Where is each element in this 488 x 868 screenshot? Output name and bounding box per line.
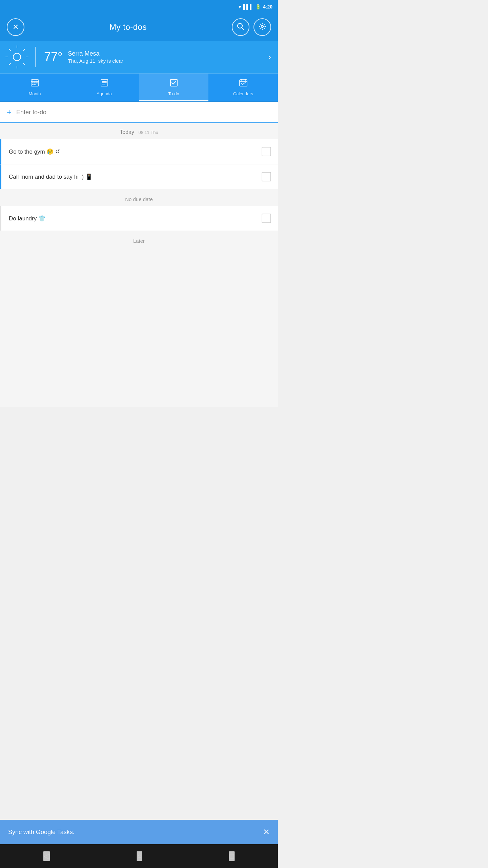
tab-agenda[interactable]: Agenda	[69, 74, 139, 101]
tab-calendars[interactable]: Calendars	[208, 74, 278, 101]
wifi-icon: ▾	[239, 4, 241, 9]
settings-button[interactable]	[253, 18, 271, 36]
add-todo-bar[interactable]: +	[0, 102, 278, 123]
tab-calendars-label: Calendars	[233, 91, 253, 96]
agenda-tab-icon	[100, 78, 109, 89]
todo-gym-text: Go to the gym 😢 ↺	[9, 148, 262, 155]
svg-rect-17	[240, 80, 247, 86]
today-date: 08.11 Thu	[138, 130, 158, 135]
tab-agenda-label: Agenda	[97, 91, 112, 96]
later-label: Later	[133, 238, 145, 244]
svg-rect-9	[36, 82, 38, 83]
svg-point-2	[261, 25, 263, 27]
search-button[interactable]	[232, 18, 249, 36]
add-todo-input[interactable]	[16, 109, 271, 116]
status-icons: ▾ ▌▌▌ 🔋 4:20	[239, 4, 272, 9]
header-actions	[232, 18, 271, 36]
weather-temperature: 77°	[44, 50, 62, 64]
no-due-date-label: No due date	[125, 196, 153, 202]
weather-info: Serra Mesa Thu, Aug 11. sky is clear	[68, 50, 263, 64]
weather-bar[interactable]: 77° Serra Mesa Thu, Aug 11. sky is clear…	[0, 41, 278, 74]
today-label: Today	[120, 129, 134, 135]
tab-todo[interactable]: To-do	[139, 74, 208, 101]
tab-month[interactable]: Month	[0, 74, 69, 101]
todo-laundry-text: Do laundry 👕	[9, 215, 262, 222]
close-icon: ✕	[13, 23, 19, 32]
svg-line-1	[242, 27, 244, 29]
nav-tabs: Month Agenda To-do	[0, 74, 278, 102]
search-icon	[237, 23, 244, 32]
month-tab-icon	[30, 78, 39, 89]
main-content: + Today 08.11 Thu Go to the gym 😢 ↺ Call…	[0, 102, 278, 407]
weather-description: Thu, Aug 11. sky is clear	[68, 58, 263, 64]
todo-call-mom-checkbox[interactable]	[262, 172, 271, 181]
battery-icon: 🔋	[255, 4, 261, 9]
time-display: 4:20	[263, 4, 272, 9]
close-button[interactable]: ✕	[7, 18, 24, 36]
app-header: ✕ My to-dos	[0, 14, 278, 41]
weather-divider	[35, 47, 36, 67]
status-bar: ▾ ▌▌▌ 🔋 4:20	[0, 0, 278, 14]
page-title: My to-dos	[109, 22, 147, 32]
gear-icon	[259, 23, 266, 32]
todo-item-gym[interactable]: Go to the gym 😢 ↺	[0, 139, 278, 164]
todo-tab-icon	[169, 78, 178, 89]
tab-month-label: Month	[28, 91, 41, 96]
todo-item-call-mom[interactable]: Call mom and dad to say hi ;) 📱	[0, 164, 278, 189]
weather-icon	[7, 47, 27, 67]
todo-gym-checkbox[interactable]	[262, 147, 271, 156]
tab-todo-label: To-do	[168, 91, 179, 96]
svg-rect-8	[34, 82, 36, 83]
svg-rect-7	[32, 82, 34, 83]
no-due-date-header: No due date	[0, 190, 278, 205]
calendars-tab-icon	[239, 78, 248, 89]
signal-icon: ▌▌▌	[243, 4, 253, 9]
later-section-header: Later	[0, 231, 278, 247]
svg-rect-11	[34, 84, 36, 85]
weather-city: Serra Mesa	[68, 50, 263, 57]
today-section-header: Today 08.11 Thu	[0, 123, 278, 139]
todo-call-mom-text: Call mom and dad to say hi ;) 📱	[9, 173, 262, 180]
add-todo-icon: +	[7, 107, 12, 117]
weather-arrow-icon[interactable]: ›	[268, 52, 271, 62]
todo-laundry-checkbox[interactable]	[262, 214, 271, 223]
todo-item-laundry[interactable]: Do laundry 👕	[0, 206, 278, 231]
svg-rect-10	[32, 84, 34, 85]
